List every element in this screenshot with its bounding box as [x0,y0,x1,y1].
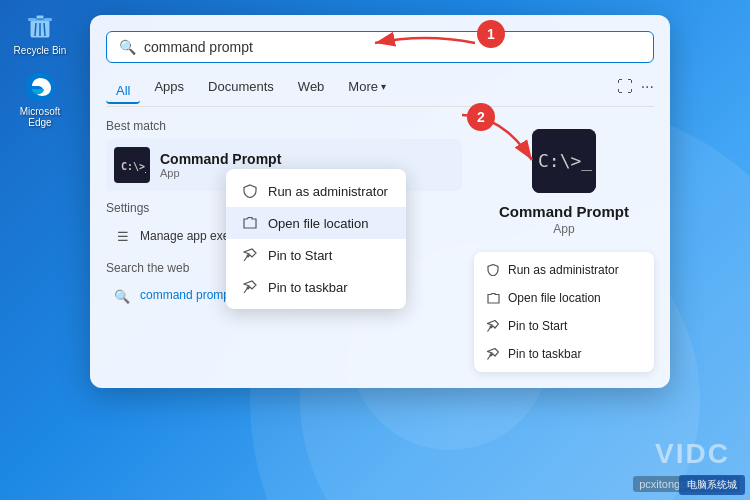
arrow-2 [452,110,542,170]
tab-more[interactable]: More ▾ [338,75,396,98]
right-open-file-location[interactable]: Open file location [474,284,654,312]
edge-label: Microsoft Edge [10,106,70,128]
recycle-bin-label: Recycle Bin [14,45,67,56]
right-folder-icon [486,291,500,305]
right-pin-taskbar[interactable]: Pin to taskbar [474,340,654,368]
search-icon: 🔍 [119,39,136,55]
arrow-1 [365,23,485,63]
watermark-vidc: VIDC [655,438,730,470]
best-match-item[interactable]: C:\>_ Command Prompt App [106,139,462,191]
context-menu: Run as administrator Open file location [226,169,406,309]
web-search-icon: 🔍 [114,289,132,307]
nav-tabs: All Apps Documents Web More ▾ ⛶ ··· [106,75,654,107]
ctx-run-as-admin[interactable]: Run as administrator [226,175,406,207]
svg-line-3 [35,23,36,36]
right-pin-icon-2 [486,347,500,361]
recycle-bin-svg [24,10,56,42]
share-icon[interactable]: ⛶ [617,78,633,96]
best-match-label: Best match [106,119,462,133]
main-content: Best match C:\>_ Command Prompt App [106,119,654,372]
pin-icon-1 [242,247,258,263]
ctx-open-file-location[interactable]: Open file location [226,207,406,239]
svg-line-5 [44,23,45,36]
start-panel: 1 🔍 command prompt All Apps Documents We… [90,15,670,388]
right-actions: Run as administrator Open file location [474,252,654,372]
shield-icon [242,183,258,199]
tab-web[interactable]: Web [288,75,335,98]
tab-all[interactable]: All [106,79,140,104]
tab-apps[interactable]: Apps [144,75,194,98]
nav-icons: ⛶ ··· [617,78,654,96]
svg-text:C:\>_: C:\>_ [121,161,146,173]
app-name: Command Prompt [160,151,281,167]
chevron-down-icon: ▾ [381,81,386,92]
svg-text:C:\>_: C:\>_ [538,150,592,171]
desktop: Recycle Bin Microsoft Edge 1 [0,0,750,500]
svg-rect-2 [36,15,44,19]
edge-svg [24,71,56,103]
desktop-icons: Recycle Bin Microsoft Edge [10,10,70,128]
more-options-icon[interactable]: ··· [641,78,654,96]
tab-documents[interactable]: Documents [198,75,284,98]
right-panel: 2 C:\>_ Command [474,119,654,372]
cmd-icon: C:\>_ [114,147,150,183]
right-app-type: App [553,222,574,236]
right-shield-icon [486,263,500,277]
list-icon: ☰ [114,227,132,245]
ctx-pin-start[interactable]: Pin to Start [226,239,406,271]
ctx-pin-taskbar[interactable]: Pin to taskbar [226,271,406,303]
right-pin-start[interactable]: Pin to Start [474,312,654,340]
right-app-name: Command Prompt [499,203,629,220]
recycle-bin-icon[interactable]: Recycle Bin [10,10,70,56]
edge-icon[interactable]: Microsoft Edge [10,71,70,128]
annotation-2: 2 [467,103,495,131]
pin-icon-2 [242,279,258,295]
left-panel: Best match C:\>_ Command Prompt App [106,119,462,372]
folder-icon [242,215,258,231]
brand-tag: 电脑系统城 [679,475,745,495]
right-run-as-admin[interactable]: Run as administrator [474,256,654,284]
right-pin-icon-1 [486,319,500,333]
